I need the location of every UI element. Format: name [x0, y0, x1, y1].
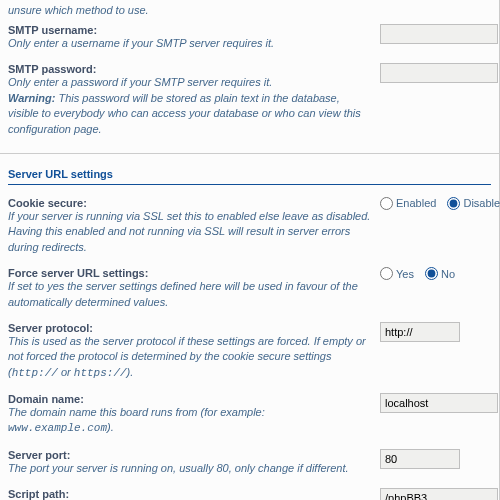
domain-name-row: Domain name: The domain name this board …: [8, 387, 491, 443]
cookie-secure-row: Cookie secure: If your server is running…: [8, 191, 491, 261]
force-server-url-hint: If set to yes the server settings define…: [8, 280, 358, 307]
smtp-password-input[interactable]: [380, 63, 498, 83]
force-server-url-label: Force server URL settings:: [8, 267, 372, 279]
domain-name-input[interactable]: [380, 393, 498, 413]
server-protocol-hint: This is used as the server protocol if t…: [8, 335, 366, 378]
script-path-row: Script path: The path where phpBB is loc…: [8, 482, 491, 500]
server-url-settings-section: Server URL settings Cookie secure: If yo…: [0, 154, 500, 500]
server-protocol-label: Server protocol:: [8, 322, 372, 334]
server-protocol-row: Server protocol: This is used as the ser…: [8, 316, 491, 387]
force-server-url-yes[interactable]: Yes: [380, 267, 414, 280]
server-url-settings-legend: Server URL settings: [8, 158, 491, 185]
smtp-password-hint: Only enter a password if your SMTP serve…: [8, 76, 361, 134]
prev-hint-fragment: unsure which method to use.: [8, 4, 491, 18]
force-server-url-row: Force server URL settings: If set to yes…: [8, 261, 491, 316]
cookie-secure-enabled[interactable]: Enabled: [380, 197, 436, 210]
domain-name-hint: The domain name this board runs from (fo…: [8, 406, 265, 433]
smtp-username-row: SMTP username: Only enter a username if …: [8, 18, 491, 57]
force-server-url-no[interactable]: No: [425, 267, 455, 280]
email-settings-section: unsure which method to use. SMTP usernam…: [0, 0, 500, 154]
server-port-label: Server port:: [8, 449, 372, 461]
server-protocol-input[interactable]: [380, 322, 460, 342]
server-port-input[interactable]: [380, 449, 460, 469]
script-path-input[interactable]: [380, 488, 498, 500]
smtp-username-label: SMTP username:: [8, 24, 372, 36]
cookie-secure-hint: If your server is running via SSL set th…: [8, 210, 370, 253]
cookie-secure-label: Cookie secure:: [8, 197, 372, 209]
cookie-secure-disabled[interactable]: Disabled: [447, 197, 500, 210]
server-port-row: Server port: The port your server is run…: [8, 443, 491, 482]
domain-name-label: Domain name:: [8, 393, 372, 405]
script-path-label: Script path:: [8, 488, 372, 500]
smtp-username-hint: Only enter a username if your SMTP serve…: [8, 37, 274, 49]
smtp-password-row: SMTP password: Only enter a password if …: [8, 57, 491, 143]
server-port-hint: The port your server is running on, usua…: [8, 462, 349, 474]
smtp-password-label: SMTP password:: [8, 63, 372, 75]
smtp-username-input[interactable]: [380, 24, 498, 44]
